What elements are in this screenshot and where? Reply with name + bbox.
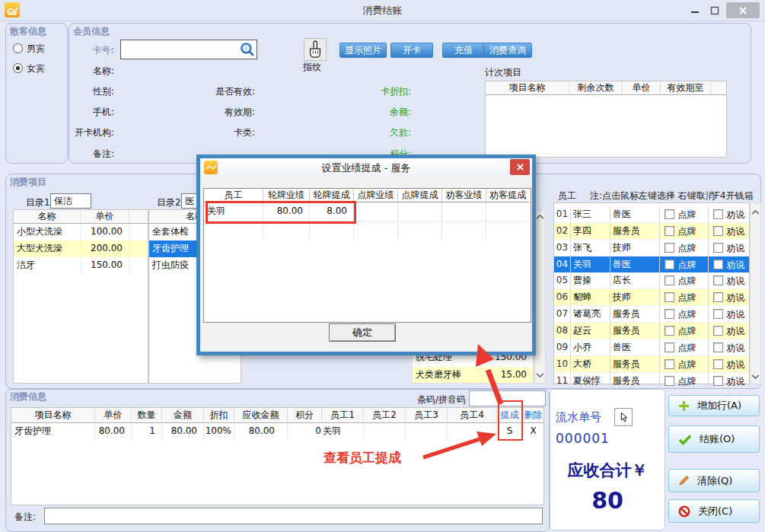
cat1-col-price[interactable]: 单价 <box>81 210 129 224</box>
employee-row[interactable]: 03张飞技师 点牌 劝说 <box>554 240 749 256</box>
employee-row[interactable]: 10大桥服务员 点牌 劝说 <box>554 356 749 373</box>
catalog1-row[interactable]: 小型犬洗澡 100.00 <box>14 224 148 241</box>
bill-col-emp3[interactable]: 员工3 <box>406 408 448 423</box>
show-photo-button[interactable]: 显示照片 <box>339 43 387 58</box>
catalog1-value[interactable]: 保洁 <box>50 193 91 209</box>
card-number-input[interactable] <box>120 40 257 59</box>
billing-table: 项目名称 单价 数量 金额 折扣 应收金额 积分 员工1 员工2 员工3 员工4… <box>11 407 544 505</box>
pick-checkbox[interactable]: 点牌 <box>660 256 709 272</box>
count-col-price[interactable]: 单价 <box>623 81 661 95</box>
persuade-checkbox[interactable]: 劝说 <box>709 373 749 389</box>
pick-checkbox[interactable]: 点牌 <box>660 306 709 322</box>
bill-col-points[interactable]: 积分 <box>288 408 322 423</box>
count-col-remaining[interactable]: 剩余次数 <box>569 81 623 95</box>
dialog-title-bar[interactable]: 设置业绩提成 - 服务 <box>200 158 532 177</box>
card-number-label: 卡号: <box>75 44 114 57</box>
pick-checkbox[interactable]: 点牌 <box>660 339 709 355</box>
persuade-checkbox[interactable]: 劝说 <box>709 223 749 239</box>
col-pick-amount[interactable]: 点牌业绩 <box>354 189 398 202</box>
pick-checkbox[interactable]: 点牌 <box>660 373 709 389</box>
employee-row[interactable]: 02李四服务员 点牌 劝说 <box>554 223 749 240</box>
col-pick-commission[interactable]: 点牌提成 <box>398 189 442 202</box>
minimize-button[interactable] <box>685 3 705 18</box>
employee-scrollbar[interactable] <box>750 202 761 384</box>
catalog1-row[interactable]: 洁牙 150.00 <box>14 257 148 274</box>
persuade-checkbox[interactable]: 劝说 <box>709 206 749 222</box>
employee-row[interactable]: 08赵云服务员 点牌 劝说 <box>554 323 749 339</box>
card-search-button[interactable] <box>239 41 256 58</box>
catalog3-row[interactable]: 犬类磨牙棒 15.00 <box>413 367 533 384</box>
pick-checkbox[interactable]: 点牌 <box>660 323 709 339</box>
col-persuade-amount[interactable]: 劝客业绩 <box>442 189 486 202</box>
serial-cursor-button[interactable] <box>614 408 633 426</box>
pick-checkbox[interactable]: 点牌 <box>660 240 709 256</box>
check-icon <box>678 434 692 445</box>
bill-col-emp1[interactable]: 员工1 <box>322 408 364 423</box>
bill-col-price[interactable]: 单价 <box>95 408 132 423</box>
scroll-up-icon[interactable] <box>536 212 544 221</box>
employee-note: 注:点击鼠标左键选择 右键取消F4开钱箱 <box>590 190 753 202</box>
fingerprint-button[interactable] <box>304 38 327 61</box>
male-radio[interactable]: 男宾 <box>13 43 45 56</box>
employee-row[interactable]: 09小乔兽医 点牌 劝说 <box>554 339 749 356</box>
scroll-up-icon[interactable] <box>751 208 760 217</box>
summary-panel: 流水单号 000001 应收合计￥ 80 <box>550 389 665 530</box>
pick-checkbox[interactable]: 点牌 <box>660 289 709 305</box>
pick-checkbox[interactable]: 点牌 <box>660 206 709 222</box>
employee-row-selected[interactable]: 04关羽兽医 点牌 劝说 <box>554 256 749 272</box>
dialog-close-button[interactable] <box>510 159 530 175</box>
close-window-button[interactable]: 关闭(C) <box>668 499 760 523</box>
clear-button[interactable]: 清除(Q) <box>668 469 760 492</box>
persuade-checkbox[interactable]: 劝说 <box>709 323 749 339</box>
billing-row[interactable]: 牙齿护理 80.00 1 80.00 100% 80.00 0 关羽 S X <box>11 423 543 440</box>
persuade-checkbox[interactable]: 劝说 <box>709 339 749 355</box>
catalog1-row[interactable]: 大型犬洗澡 200.00 <box>14 241 148 257</box>
employee-row[interactable]: 06貂蝉技师 点牌 劝说 <box>554 289 749 306</box>
employee-row[interactable]: 01张三兽医 点牌 劝说 <box>554 206 749 223</box>
employee-row[interactable]: 11夏侯惇服务员 点牌 劝说 <box>554 373 749 389</box>
consume-query-button[interactable]: 消费查询 <box>483 43 532 58</box>
persuade-checkbox[interactable]: 劝说 <box>709 306 749 322</box>
count-col-expiry[interactable]: 有效期至 <box>661 81 711 95</box>
checkout-button[interactable]: 结账(O) <box>668 425 760 453</box>
bill-col-emp2[interactable]: 员工2 <box>364 408 406 423</box>
open-card-button[interactable]: 开卡 <box>390 43 433 58</box>
delete-cell[interactable]: X <box>523 423 543 440</box>
employee-row[interactable]: 07诸葛亮服务员 点牌 劝说 <box>554 306 749 323</box>
catalog3-scrollbar[interactable] <box>534 210 546 384</box>
col-persuade-commission[interactable]: 劝客提成 <box>486 189 529 202</box>
bill-col-delete[interactable]: 删除 <box>523 408 543 423</box>
order-remark-input[interactable] <box>44 508 543 524</box>
scroll-down-icon[interactable] <box>536 371 544 380</box>
recharge-button[interactable]: 充值 <box>442 43 485 58</box>
scroll-down-icon[interactable] <box>751 372 760 381</box>
commission-dialog: 设置业绩提成 - 服务 员工 轮牌业绩 轮牌提成 点牌业绩 点牌提成 劝客业绩 … <box>196 155 536 355</box>
bill-col-receivable[interactable]: 应收金额 <box>234 408 288 423</box>
ok-button[interactable]: 确定 <box>329 323 396 342</box>
checkbox-icon <box>713 376 723 386</box>
employee-row[interactable]: 05曹操店长 点牌 劝说 <box>554 272 749 289</box>
persuade-checkbox[interactable]: 劝说 <box>709 356 749 372</box>
add-row-button[interactable]: 增加行(A) <box>668 395 760 416</box>
bill-col-amount[interactable]: 金额 <box>162 408 204 423</box>
bill-col-discount[interactable]: 折扣 <box>204 408 234 423</box>
pick-checkbox[interactable]: 点牌 <box>660 356 709 372</box>
close-button[interactable] <box>726 2 760 18</box>
persuade-checkbox[interactable]: 劝说 <box>709 289 749 305</box>
annotation-hint: 查看员工提成 <box>324 449 401 467</box>
bill-col-qty[interactable]: 数量 <box>132 408 162 423</box>
checkbox-icon <box>713 276 723 285</box>
bill-col-item[interactable]: 项目名称 <box>11 408 95 423</box>
female-radio[interactable]: 女宾 <box>13 62 45 75</box>
pick-checkbox[interactable]: 点牌 <box>660 272 709 288</box>
block-icon <box>678 505 690 518</box>
pick-checkbox[interactable]: 点牌 <box>660 223 709 239</box>
count-col-name[interactable]: 项目名称 <box>486 81 569 95</box>
persuade-checkbox[interactable]: 劝说 <box>709 256 749 272</box>
maximize-button[interactable] <box>705 3 725 18</box>
persuade-checkbox[interactable]: 劝说 <box>709 272 749 288</box>
cat1-col-name[interactable]: 名称 <box>14 210 81 224</box>
bill-col-emp4[interactable]: 员工4 <box>448 408 497 423</box>
persuade-checkbox[interactable]: 劝说 <box>709 240 749 256</box>
barcode-label: 条码/拼音码 <box>371 393 466 406</box>
